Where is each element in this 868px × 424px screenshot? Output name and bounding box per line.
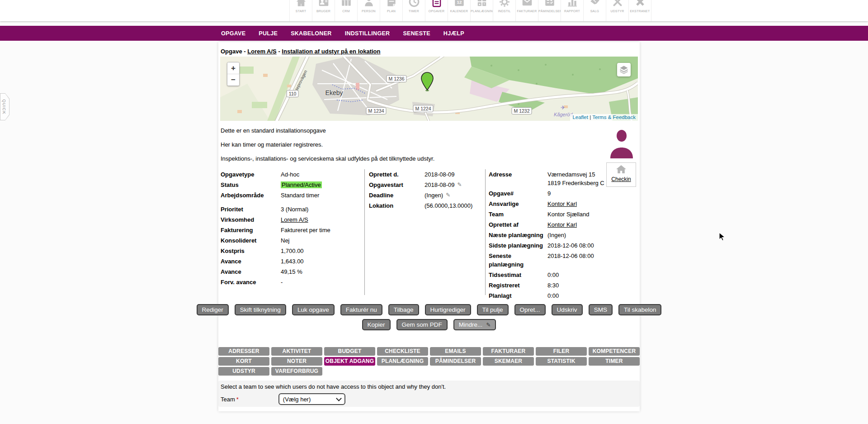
- tab-button[interactable]: OBJEKT ADGANG: [324, 357, 375, 366]
- detail-row: Kostpris1,700.00: [221, 247, 362, 255]
- detail-row: AdresseVærnedamsvej 151819 Frederiksberg…: [489, 170, 639, 187]
- tab-button[interactable]: UDSTYR: [218, 367, 269, 376]
- breadcrumb-company-link[interactable]: Lorem A/S: [247, 48, 277, 55]
- gear-icon: [499, 0, 510, 8]
- action-button[interactable]: Til pulje: [477, 304, 509, 315]
- tab-button[interactable]: BUDGET: [324, 347, 375, 356]
- tab-button[interactable]: VAREFORBRUG: [271, 367, 322, 376]
- tab-button[interactable]: PÅMINDELSER: [430, 357, 481, 366]
- tab-button[interactable]: FILER: [536, 347, 587, 356]
- team-select[interactable]: (Vælg her): [278, 393, 345, 405]
- toolbar-item-udstyr[interactable]: UDSTYR: [606, 0, 629, 21]
- tab-button[interactable]: KORT: [218, 357, 269, 366]
- action-button[interactable]: Mindre...✎: [453, 319, 496, 330]
- toolbar-item-crm[interactable]: CRM: [335, 0, 358, 21]
- toolbar-item-paamindelser[interactable]: PÅMINDELSER: [538, 0, 561, 21]
- details-middle-column: Oprettet d.2018-08-09 Opgavestart2018-08…: [369, 170, 481, 212]
- breadcrumb-task-link[interactable]: Installation af udstyr på en lokation: [282, 48, 380, 55]
- toolbar-item-timer[interactable]: TIMER: [403, 0, 425, 21]
- detail-row: Registreret8:30: [489, 281, 639, 290]
- action-button[interactable]: Udskriv: [552, 304, 583, 315]
- tab-button[interactable]: ADRESSER: [218, 347, 269, 356]
- menu-item[interactable]: OPGAVE: [221, 30, 245, 37]
- road-label-m1232: M 1232: [511, 107, 532, 114]
- action-button[interactable]: Tilbage: [388, 304, 419, 315]
- toolbar-item-bruger[interactable]: BRUGER: [312, 0, 335, 21]
- required-mark: *: [236, 396, 239, 403]
- tab-button[interactable]: KOMPETENCER: [589, 347, 640, 356]
- action-button[interactable]: Rediger: [197, 304, 229, 315]
- toolbar-item-kalender[interactable]: 12 KALENDER: [448, 0, 471, 21]
- town-label-ekeby: Ekeby: [326, 89, 343, 96]
- toolbar-item-opgaver[interactable]: OPGAVER: [425, 0, 448, 21]
- tabs-row-1: ADRESSERAKTIVITETBUDGETCHECKLISTEEMAILSF…: [218, 347, 640, 356]
- action-button[interactable]: Hurtigrediger: [425, 304, 471, 315]
- column-divider: [485, 169, 486, 295]
- details-left-column: OpgavetypeAd-hoc StatusPlanned/Active Ar…: [221, 170, 362, 288]
- zoom-out-button[interactable]: −: [227, 74, 239, 86]
- edit-opgavestart-icon[interactable]: ✎: [458, 181, 462, 189]
- road-label-m1224: M 1224: [413, 105, 433, 112]
- quick-tab[interactable]: QUICK: [0, 93, 9, 120]
- toolbar-item-ekstranet[interactable]: EKSTRANET: [629, 0, 651, 21]
- detail-row: KonsolideretNej: [221, 236, 362, 245]
- tab-button[interactable]: SKEMAER: [483, 357, 534, 366]
- tab-button[interactable]: NOTER: [271, 357, 322, 366]
- planning-grid-icon: [476, 0, 488, 8]
- tab-button[interactable]: EMAILS: [430, 347, 481, 356]
- toolbar-item-plan[interactable]: PLAN: [380, 0, 403, 21]
- terms-feedback-link[interactable]: Terms & Feedback: [592, 114, 636, 120]
- action-button[interactable]: Luk opgave: [292, 304, 335, 315]
- toolbar-item-fakturaer[interactable]: FAKTURAER: [516, 0, 538, 21]
- map-zoom-control: + −: [227, 62, 240, 86]
- action-button[interactable]: Gem som PDF: [396, 319, 448, 330]
- menu-item[interactable]: HJÆLP: [443, 30, 464, 37]
- detail-row: Oprettet afKontor Karl: [489, 220, 639, 229]
- detail-row: Oprettet d.2018-08-09: [369, 170, 481, 179]
- zoom-in-button[interactable]: +: [227, 62, 239, 74]
- responsible-user-link[interactable]: Kontor Karl: [547, 200, 577, 208]
- action-button[interactable]: Til skabelon: [618, 304, 662, 315]
- company-link[interactable]: Lorem A/S: [281, 215, 308, 224]
- detail-row: ArbejdsområdeStandard timer: [221, 191, 362, 200]
- menu-item[interactable]: SKABELONER: [291, 30, 332, 37]
- task-description-line: Inspektions-, installations- og services…: [221, 154, 572, 163]
- action-button[interactable]: Kopier: [362, 319, 391, 330]
- menu-item[interactable]: INDSTILLINGER: [345, 30, 390, 37]
- toolbar-item-rapport[interactable]: RAPPORT: [561, 0, 584, 21]
- action-button[interactable]: Fakturér nu: [340, 304, 382, 315]
- place-label-kagerod: Kågeröd: [554, 112, 573, 117]
- toolbar-item-person[interactable]: PERSON: [358, 0, 380, 21]
- tab-button[interactable]: CHECKLISTE: [377, 347, 428, 356]
- action-button[interactable]: Skift tilknytning: [235, 304, 286, 315]
- detail-row: Lokation(56.0000,13.0000): [369, 201, 481, 210]
- object-access-panel: Select a team to see which users do not …: [218, 381, 640, 407]
- menu-item[interactable]: PULJE: [259, 30, 278, 37]
- tab-button[interactable]: AKTIVITET: [271, 347, 322, 356]
- action-button[interactable]: SMS: [589, 304, 613, 315]
- status-badge: Planned/Active: [281, 181, 322, 188]
- action-button[interactable]: Opret...: [514, 304, 546, 315]
- map-layers-control[interactable]: [617, 63, 631, 76]
- detail-row: StatusPlanned/Active: [221, 181, 362, 189]
- tab-button[interactable]: PLANLÆGNING: [377, 357, 428, 366]
- pencil-icon: ✎: [486, 322, 491, 328]
- toolbar-item-planlaegning[interactable]: PLANLÆGNING: [471, 0, 493, 21]
- detail-row: Avance49,15 %: [221, 267, 362, 276]
- created-by-link[interactable]: Kontor Karl: [547, 220, 577, 229]
- leaflet-link[interactable]: Leaflet: [572, 114, 588, 120]
- breadcrumb: Opgave - Lorem A/S - Installation af uds…: [221, 48, 381, 55]
- toolbar-item-salg[interactable]: SALG: [584, 0, 606, 21]
- airport-icon: ✈: [561, 105, 565, 111]
- person-silhouette-icon: [609, 129, 634, 158]
- menu-item[interactable]: SENESTE: [403, 30, 430, 37]
- toolbar-item-indstil[interactable]: INDSTIL: [493, 0, 516, 21]
- sales-handshake-icon: [589, 0, 601, 8]
- map[interactable]: + − 110 M 1236 M 1234 M 1224 M 1232 Ekeb…: [220, 57, 638, 121]
- tab-button[interactable]: FAKTURAER: [483, 347, 534, 356]
- tab-button[interactable]: TIMER: [589, 357, 640, 366]
- tab-button[interactable]: STATISTIK: [536, 357, 587, 366]
- edit-deadline-icon[interactable]: ✎: [446, 191, 450, 200]
- toolbar-item-start[interactable]: START: [289, 0, 312, 21]
- app-toolbar: START BRUGER CRM PERSON PLAN TIMER OPGAV…: [289, 0, 651, 21]
